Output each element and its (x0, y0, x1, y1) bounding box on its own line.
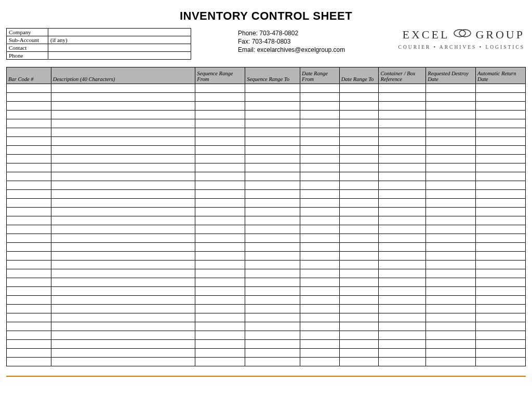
grid-cell[interactable] (426, 234, 476, 243)
grid-cell[interactable] (245, 287, 300, 296)
grid-cell[interactable] (7, 252, 51, 261)
grid-cell[interactable] (339, 128, 379, 137)
grid-cell[interactable] (426, 172, 476, 181)
grid-cell[interactable] (476, 102, 526, 111)
grid-cell[interactable] (426, 261, 476, 269)
grid-cell[interactable] (300, 261, 340, 269)
grid-cell[interactable] (426, 119, 476, 128)
grid-cell[interactable] (195, 93, 245, 102)
grid-cell[interactable] (7, 93, 51, 102)
grid-cell[interactable] (245, 349, 300, 358)
grid-cell[interactable] (7, 331, 51, 340)
grid-cell[interactable] (426, 181, 476, 190)
grid-cell[interactable] (245, 225, 300, 234)
grid-cell[interactable] (300, 278, 340, 287)
grid-cell[interactable] (7, 208, 51, 216)
grid-cell[interactable] (195, 216, 245, 225)
grid-cell[interactable] (51, 155, 195, 163)
grid-cell[interactable] (7, 172, 51, 181)
grid-cell[interactable] (339, 269, 379, 278)
grid-cell[interactable] (426, 322, 476, 331)
grid-cell[interactable] (300, 305, 340, 313)
grid-cell[interactable] (7, 313, 51, 322)
grid-cell[interactable] (379, 287, 426, 296)
grid-cell[interactable] (426, 331, 476, 340)
grid-cell[interactable] (339, 313, 379, 322)
grid-cell[interactable] (426, 102, 476, 111)
grid-cell[interactable] (379, 155, 426, 163)
grid-cell[interactable] (195, 225, 245, 234)
grid-cell[interactable] (476, 93, 526, 102)
grid-cell[interactable] (7, 269, 51, 278)
grid-cell[interactable] (379, 190, 426, 199)
grid-cell[interactable] (51, 349, 195, 358)
grid-cell[interactable] (245, 234, 300, 243)
grid-cell[interactable] (426, 313, 476, 322)
grid-cell[interactable] (245, 155, 300, 163)
grid-cell[interactable] (476, 137, 526, 146)
grid-cell[interactable] (476, 243, 526, 252)
grid-cell[interactable] (476, 322, 526, 331)
grid-cell[interactable] (195, 287, 245, 296)
grid-cell[interactable] (426, 269, 476, 278)
grid-cell[interactable] (195, 137, 245, 146)
grid-cell[interactable] (195, 163, 245, 172)
grid-cell[interactable] (476, 225, 526, 234)
grid-cell[interactable] (7, 243, 51, 252)
grid-cell[interactable] (379, 358, 426, 366)
grid-cell[interactable] (245, 322, 300, 331)
grid-cell[interactable] (379, 261, 426, 269)
grid-cell[interactable] (51, 93, 195, 102)
grid-cell[interactable] (245, 172, 300, 181)
grid-cell[interactable] (195, 313, 245, 322)
grid-cell[interactable] (379, 296, 426, 305)
grid-cell[interactable] (300, 93, 340, 102)
grid-cell[interactable] (51, 128, 195, 137)
grid-cell[interactable] (195, 119, 245, 128)
grid-cell[interactable] (426, 84, 476, 93)
grid-cell[interactable] (300, 128, 340, 137)
grid-cell[interactable] (245, 261, 300, 269)
grid-cell[interactable] (51, 313, 195, 322)
grid-cell[interactable] (476, 331, 526, 340)
grid-cell[interactable] (51, 137, 195, 146)
grid-cell[interactable] (426, 128, 476, 137)
grid-cell[interactable] (339, 278, 379, 287)
info-value[interactable] (48, 44, 191, 52)
grid-cell[interactable] (339, 111, 379, 119)
grid-cell[interactable] (379, 146, 426, 155)
grid-cell[interactable] (476, 216, 526, 225)
grid-cell[interactable] (339, 322, 379, 331)
grid-cell[interactable] (339, 190, 379, 199)
grid-cell[interactable] (195, 358, 245, 366)
grid-cell[interactable] (245, 146, 300, 155)
grid-cell[interactable] (7, 261, 51, 269)
grid-cell[interactable] (7, 119, 51, 128)
grid-cell[interactable] (195, 190, 245, 199)
grid-cell[interactable] (476, 349, 526, 358)
grid-cell[interactable] (300, 252, 340, 261)
grid-cell[interactable] (51, 102, 195, 111)
grid-cell[interactable] (195, 349, 245, 358)
grid-cell[interactable] (339, 261, 379, 269)
grid-cell[interactable] (245, 269, 300, 278)
grid-cell[interactable] (195, 199, 245, 208)
grid-cell[interactable] (7, 190, 51, 199)
grid-cell[interactable] (245, 331, 300, 340)
grid-cell[interactable] (476, 208, 526, 216)
grid-cell[interactable] (51, 234, 195, 243)
grid-cell[interactable] (245, 102, 300, 111)
grid-cell[interactable] (245, 358, 300, 366)
grid-cell[interactable] (195, 331, 245, 340)
grid-cell[interactable] (245, 181, 300, 190)
grid-cell[interactable] (476, 190, 526, 199)
grid-cell[interactable] (300, 208, 340, 216)
grid-cell[interactable] (51, 225, 195, 234)
grid-cell[interactable] (51, 84, 195, 93)
grid-cell[interactable] (7, 137, 51, 146)
grid-cell[interactable] (300, 313, 340, 322)
grid-cell[interactable] (195, 261, 245, 269)
grid-cell[interactable] (426, 208, 476, 216)
grid-cell[interactable] (195, 296, 245, 305)
grid-cell[interactable] (300, 102, 340, 111)
